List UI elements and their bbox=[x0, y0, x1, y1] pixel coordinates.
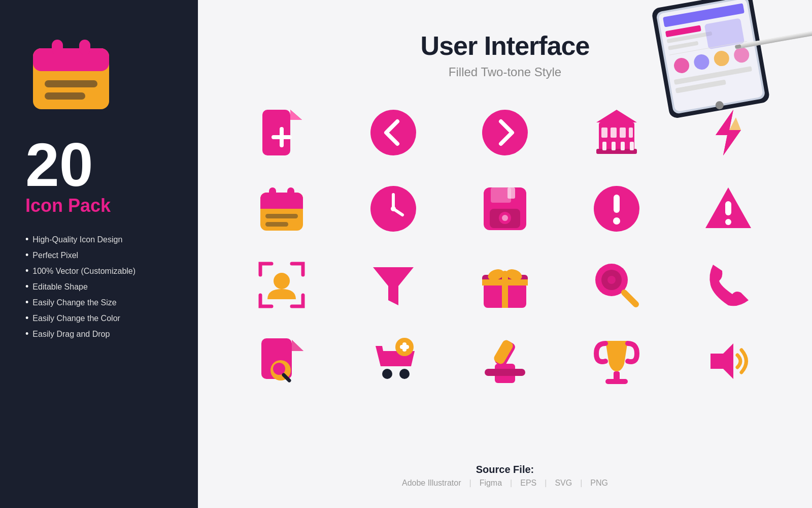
icon-gift bbox=[452, 252, 558, 318]
features-list: High-Quality Icon Design Perfect Pixel 1… bbox=[25, 234, 136, 344]
icon-clock bbox=[340, 176, 447, 242]
svg-point-31 bbox=[482, 110, 528, 155]
svg-marker-27 bbox=[290, 110, 302, 120]
icon-search bbox=[563, 252, 670, 318]
format-svg: SVG bbox=[555, 479, 572, 488]
svg-rect-64 bbox=[725, 201, 731, 215]
format-sep2: | bbox=[510, 479, 512, 488]
source-formats: Adobe Illustrator | Figma | EPS | SVG | … bbox=[228, 479, 782, 488]
svg-rect-45 bbox=[260, 203, 303, 209]
svg-rect-91 bbox=[485, 369, 525, 376]
icon-warning-triangle bbox=[675, 176, 782, 242]
icons-grid bbox=[228, 100, 782, 454]
svg-line-77 bbox=[624, 293, 636, 304]
format-sep3: | bbox=[545, 479, 547, 488]
icon-save bbox=[452, 176, 558, 242]
svg-rect-37 bbox=[629, 128, 633, 138]
icon-cart-add bbox=[340, 328, 447, 394]
svg-rect-1 bbox=[33, 48, 109, 71]
main-content: User Interface Filled Two-tone Style bbox=[198, 0, 812, 508]
sidebar: 20 Icon Pack High-Quality Icon Design Pe… bbox=[0, 0, 198, 508]
svg-rect-46 bbox=[269, 187, 276, 199]
format-sep1: | bbox=[469, 479, 471, 488]
svg-rect-2 bbox=[52, 40, 63, 55]
feature-item: Perfect Pixel bbox=[25, 250, 136, 261]
source-file-label: Source File: bbox=[228, 464, 782, 475]
svg-rect-35 bbox=[611, 128, 617, 138]
feature-item: Editable Shape bbox=[25, 281, 136, 292]
svg-rect-29 bbox=[280, 127, 284, 147]
svg-point-85 bbox=[399, 369, 410, 379]
format-figma: Figma bbox=[480, 479, 502, 488]
feature-item: High-Quality Icon Design bbox=[25, 234, 136, 245]
icon-calendar-list bbox=[228, 176, 335, 242]
svg-rect-36 bbox=[620, 128, 626, 138]
svg-rect-49 bbox=[265, 222, 288, 227]
calendar-icon bbox=[25, 25, 117, 119]
svg-rect-34 bbox=[601, 128, 607, 138]
feature-item: Easily Change the Color bbox=[25, 313, 136, 324]
svg-rect-26 bbox=[262, 110, 290, 155]
icon-arrow-left bbox=[340, 100, 447, 166]
svg-point-66 bbox=[274, 273, 290, 289]
feature-item: 100% Vector (Customizable) bbox=[25, 266, 136, 276]
svg-point-62 bbox=[613, 217, 620, 225]
format-eps: EPS bbox=[520, 479, 536, 488]
page-footer: Source File: Adobe Illustrator | Figma |… bbox=[228, 464, 782, 488]
format-png: PNG bbox=[590, 479, 608, 488]
svg-rect-47 bbox=[287, 187, 294, 199]
icon-trophy bbox=[563, 328, 670, 394]
icon-stamp bbox=[452, 328, 558, 394]
svg-rect-61 bbox=[614, 195, 620, 213]
svg-marker-32 bbox=[596, 110, 637, 122]
feature-item: Easily Change the Size bbox=[25, 297, 136, 308]
icon-face-scan bbox=[228, 252, 335, 318]
icon-volume bbox=[675, 328, 782, 394]
icon-institution bbox=[563, 100, 670, 166]
svg-point-65 bbox=[725, 219, 731, 225]
svg-point-58 bbox=[502, 215, 508, 221]
icon-file-add bbox=[228, 100, 335, 166]
svg-point-30 bbox=[370, 110, 416, 155]
svg-rect-88 bbox=[402, 342, 407, 352]
svg-point-82 bbox=[273, 363, 285, 375]
icon-arrow-right bbox=[452, 100, 558, 166]
svg-rect-41 bbox=[621, 142, 625, 150]
svg-point-74 bbox=[501, 271, 509, 279]
svg-marker-67 bbox=[373, 267, 414, 305]
svg-rect-40 bbox=[612, 142, 616, 150]
svg-rect-59 bbox=[507, 187, 515, 199]
format-illustrator: Adobe Illustrator bbox=[402, 479, 461, 488]
svg-rect-42 bbox=[630, 142, 634, 150]
svg-marker-80 bbox=[292, 340, 303, 351]
icon-count: 20 bbox=[25, 134, 93, 195]
icon-warning-circle bbox=[563, 176, 670, 242]
svg-rect-71 bbox=[502, 275, 508, 308]
svg-point-84 bbox=[382, 369, 392, 379]
svg-rect-39 bbox=[602, 142, 606, 150]
icon-phone bbox=[675, 252, 782, 318]
svg-rect-3 bbox=[79, 40, 90, 55]
pack-label: Icon Pack bbox=[25, 195, 111, 216]
svg-rect-4 bbox=[45, 80, 97, 87]
svg-point-78 bbox=[607, 276, 616, 284]
svg-rect-5 bbox=[45, 92, 85, 100]
svg-rect-94 bbox=[605, 379, 628, 384]
svg-rect-48 bbox=[265, 214, 298, 218]
icon-file-search bbox=[228, 328, 335, 394]
icon-filter bbox=[340, 252, 447, 318]
feature-item: Easily Drag and Drop bbox=[25, 329, 136, 339]
tablet-decoration bbox=[645, 0, 812, 125]
format-sep4: | bbox=[580, 479, 582, 488]
